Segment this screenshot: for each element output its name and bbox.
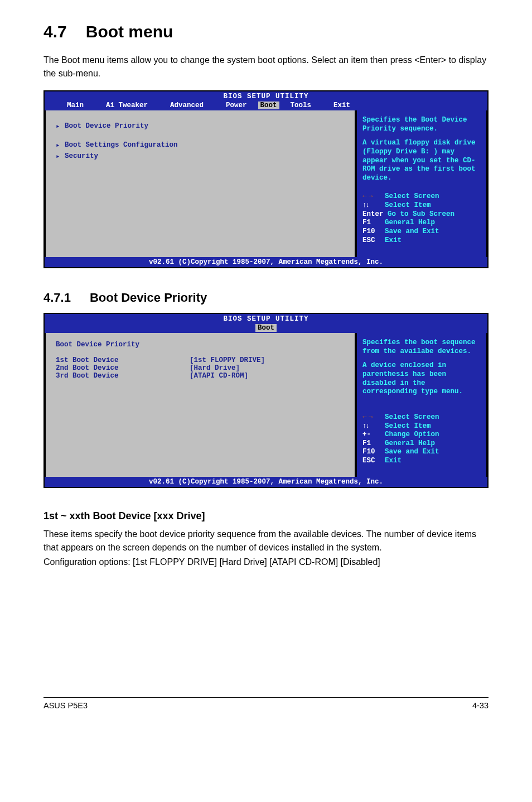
- chevron-right-icon: ▸: [56, 141, 65, 149]
- help-label: Exit: [385, 457, 402, 465]
- help-key-row: Select Screen: [362, 413, 481, 422]
- device-value: [Hard Drive]: [190, 364, 240, 372]
- left-heading: Boot Device Priority: [56, 341, 345, 349]
- list-item: ▸Boot Settings Configuration: [56, 141, 345, 149]
- section-title: 4.7Boot menu: [43, 22, 489, 41]
- menu-tools: Tools: [279, 102, 323, 109]
- bios-title: BIOS SETUP UTILITY: [45, 314, 487, 324]
- bios-right-pane: Specifies the boot sequence from the ava…: [356, 333, 487, 477]
- key-label: F10: [362, 228, 385, 236]
- menu-power: Power: [215, 102, 258, 109]
- subsection-number: 4.7.1: [43, 291, 71, 305]
- subsection-name: Boot Device Priority: [90, 291, 207, 305]
- help-key-row: Enter Go to Sub Screen: [362, 210, 481, 219]
- key-label: F1: [362, 439, 385, 448]
- bios-left-pane: ▸Boot Device Priority ▸Boot Settings Con…: [45, 110, 356, 257]
- bios-menubar: Boot: [45, 324, 487, 333]
- bios-screenshot-2: BIOS SETUP UTILITY Boot Boot Device Prio…: [43, 313, 489, 488]
- key-label: ESC: [362, 457, 385, 466]
- bios-screenshot-1: BIOS SETUP UTILITY Main Ai Tweaker Advan…: [43, 90, 489, 268]
- item-label: Security: [65, 152, 98, 160]
- chevron-right-icon: ▸: [56, 122, 65, 131]
- item-label: Boot Device Priority: [65, 122, 148, 130]
- help-key-row: Select Item: [362, 422, 481, 431]
- item-label: Boot Settings Configuration: [65, 141, 178, 149]
- table-row: 1st Boot Device[1st FLOPPY DRIVE]: [56, 356, 345, 364]
- help-text: Specifies the boot sequence from the ava…: [362, 339, 481, 356]
- help-label: Select Screen: [385, 192, 439, 200]
- help-key-row: F1General Help: [362, 219, 481, 228]
- help-key-row: Select Item: [362, 201, 481, 210]
- bios-right-pane: Specifies the Boot Device Priority seque…: [356, 110, 487, 257]
- bios-title: BIOS SETUP UTILITY: [45, 91, 487, 102]
- menu-exit: Exit: [322, 102, 361, 109]
- key-label: F1: [362, 219, 385, 228]
- bios-footer: v02.61 (C)Copyright 1985-2007, American …: [45, 257, 487, 267]
- config-text: Configuration options: [1st FLOPPY DRIVE…: [43, 555, 489, 569]
- footer-brand: ASUS P5E3: [43, 701, 88, 710]
- chevron-right-icon: ▸: [56, 152, 65, 161]
- help-text: A device enclosed in parenthesis has bee…: [362, 361, 481, 397]
- help-label: General Help: [385, 219, 435, 226]
- list-item: ▸Security: [56, 152, 345, 161]
- menu-advanced: Advanced: [159, 102, 215, 109]
- menu-boot: Boot: [255, 324, 277, 332]
- list-item: ▸Boot Device Priority: [56, 122, 345, 131]
- device-value: [ATAPI CD-ROM]: [190, 372, 248, 380]
- help-key-row: F1General Help: [362, 439, 481, 448]
- help-key-row: F10Save and Exit: [362, 448, 481, 457]
- help-label: Change Option: [385, 431, 439, 438]
- section-name: Boot menu: [86, 22, 173, 41]
- help-label: Select Item: [385, 201, 431, 209]
- arrows-lr-icon: [362, 192, 385, 201]
- arrows-ud-icon: [362, 201, 385, 210]
- bios-menubar: Main Ai Tweaker Advanced Power Boot Tool…: [45, 102, 487, 110]
- menu-boot: Boot: [258, 102, 279, 109]
- menu-ai: Ai Tweaker: [95, 102, 159, 109]
- intro-text: The Boot menu items allow you to change …: [43, 54, 489, 80]
- bios-footer: v02.61 (C)Copyright 1985-2007, American …: [45, 477, 487, 487]
- help-key-row: +-Change Option: [362, 431, 481, 439]
- footer-page: 4-33: [472, 701, 489, 710]
- subsection-title: 4.7.1Boot Device Priority: [43, 291, 489, 305]
- key-label: ESC: [362, 236, 385, 245]
- help-key-row: F10Save and Exit: [362, 228, 481, 236]
- help-label: General Help: [385, 439, 435, 447]
- help-label: Save and Exit: [385, 228, 439, 235]
- key-label: Enter: [362, 210, 384, 219]
- help-text: A virtual floppy disk drive (Floppy Driv…: [362, 139, 481, 182]
- help-text: Specifies the Boot Device Priority seque…: [362, 116, 481, 133]
- menu-main: Main: [56, 102, 95, 109]
- sub-heading: 1st ~ xxth Boot Device [xxx Drive]: [43, 510, 489, 522]
- arrows-ud-icon: [362, 422, 385, 431]
- help-label: Select Item: [385, 422, 431, 430]
- help-label: Select Screen: [385, 413, 439, 421]
- key-label: +-: [362, 431, 385, 439]
- device-value: [1st FLOPPY DRIVE]: [190, 356, 265, 364]
- help-label: Exit: [385, 236, 402, 244]
- help-key-row: Select Screen: [362, 192, 481, 201]
- device-label: 2nd Boot Device: [56, 364, 190, 372]
- help-label: Save and Exit: [385, 448, 439, 456]
- bios-body: ▸Boot Device Priority ▸Boot Settings Con…: [45, 110, 487, 257]
- help-key-row: ESCExit: [362, 236, 481, 245]
- help-label: Go to Sub Screen: [388, 210, 454, 218]
- arrows-lr-icon: [362, 413, 385, 422]
- device-label: 3rd Boot Device: [56, 372, 190, 380]
- help-key-row: ESCExit: [362, 457, 481, 466]
- table-row: 2nd Boot Device[Hard Drive]: [56, 364, 345, 372]
- section-number: 4.7: [43, 22, 67, 41]
- device-label: 1st Boot Device: [56, 356, 190, 364]
- page-footer: ASUS P5E3 4-33: [43, 697, 489, 710]
- bios-left-pane: Boot Device Priority 1st Boot Device[1st…: [45, 333, 356, 477]
- bios-body: Boot Device Priority 1st Boot Device[1st…: [45, 333, 487, 477]
- key-label: F10: [362, 448, 385, 457]
- body-text: These items specify the boot device prio…: [43, 528, 489, 554]
- table-row: 3rd Boot Device[ATAPI CD-ROM]: [56, 372, 345, 380]
